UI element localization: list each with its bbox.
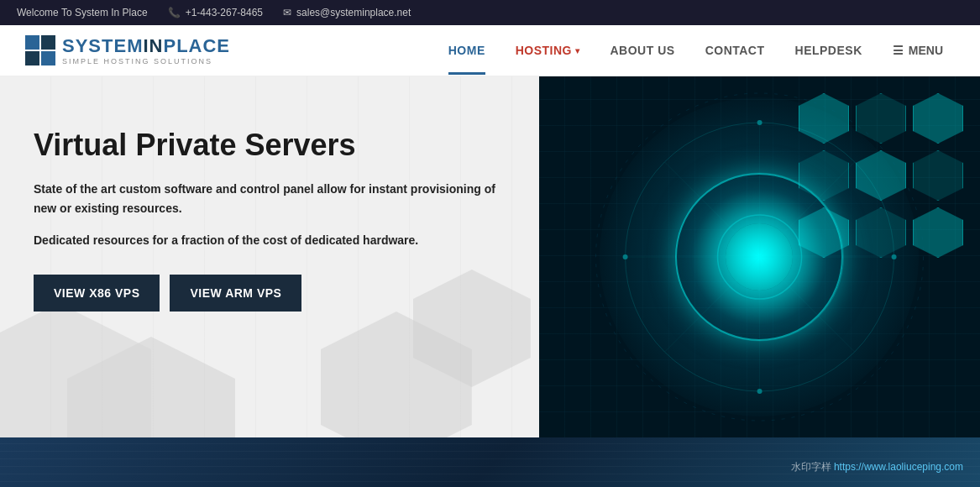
topbar-phone: 📞 +1-443-267-8465 bbox=[168, 7, 263, 18]
hero-right bbox=[539, 76, 980, 437]
nav: HOME HOSTING ▾ ABOUT US CONTACT HELPDESK… bbox=[437, 37, 955, 64]
logo-sub: SIMPLE HOSTING SOLUTIONS bbox=[62, 57, 212, 65]
nav-menu[interactable]: ☰ MENU bbox=[881, 37, 955, 64]
svg-point-11 bbox=[622, 254, 627, 259]
hero-title: Virtual Private Servers bbox=[34, 127, 506, 163]
svg-point-8 bbox=[757, 120, 762, 125]
view-x86-vps-button[interactable]: VIEW X86 VPS bbox=[34, 275, 160, 312]
bottom-watermark: 水印字样 https://www.laoliuceping.com bbox=[791, 460, 963, 474]
nav-about[interactable]: ABOUT US bbox=[599, 37, 687, 64]
topbar-email: ✉ sales@systeminplace.net bbox=[283, 7, 411, 18]
email-icon: ✉ bbox=[283, 7, 291, 18]
svg-point-10 bbox=[757, 389, 762, 394]
nav-contact[interactable]: CONTACT bbox=[694, 37, 777, 64]
watermark-link[interactable]: https://www.laoliuceping.com bbox=[834, 461, 963, 473]
bottom-strip: 水印字样 https://www.laoliuceping.com bbox=[0, 437, 980, 487]
nav-helpdesk[interactable]: HELPDESK bbox=[783, 37, 874, 64]
logo-icon bbox=[25, 35, 55, 65]
hero-section: Virtual Private Servers State of the art… bbox=[0, 76, 980, 437]
circuit-svg bbox=[539, 76, 980, 437]
phone-icon: 📞 bbox=[168, 7, 181, 18]
menu-icon: ☰ bbox=[893, 44, 904, 57]
hero-buttons: VIEW X86 VPS VIEW ARM VPS bbox=[34, 275, 506, 312]
svg-point-9 bbox=[891, 254, 896, 259]
hero-desc2: Dedicated resources for a fraction of th… bbox=[34, 231, 506, 249]
dropdown-arrow-icon: ▾ bbox=[575, 46, 580, 55]
view-arm-vps-button[interactable]: VIEW ARM VPS bbox=[170, 275, 301, 312]
hero-desc1: State of the art custom software and con… bbox=[34, 180, 506, 217]
topbar: Welcome To System In Place 📞 +1-443-267-… bbox=[0, 0, 980, 25]
hero-left: Virtual Private Servers State of the art… bbox=[0, 76, 539, 437]
header: SYSTEMINPLACE SIMPLE HOSTING SOLUTIONS H… bbox=[0, 25, 980, 76]
email-address: sales@systeminplace.net bbox=[296, 7, 411, 18]
phone-number: +1-443-267-8465 bbox=[186, 7, 263, 18]
logo[interactable]: SYSTEMINPLACE SIMPLE HOSTING SOLUTIONS bbox=[25, 35, 230, 65]
logo-text-area: SYSTEMINPLACE SIMPLE HOSTING SOLUTIONS bbox=[62, 35, 230, 65]
nav-home[interactable]: HOME bbox=[437, 37, 497, 64]
logo-text-main: SYSTEMINPLACE bbox=[62, 35, 230, 57]
watermark-text: 水印字样 bbox=[791, 461, 831, 473]
topbar-welcome: Welcome To System In Place bbox=[17, 7, 148, 18]
hero-image bbox=[539, 76, 980, 437]
nav-hosting[interactable]: HOSTING ▾ bbox=[504, 37, 592, 64]
